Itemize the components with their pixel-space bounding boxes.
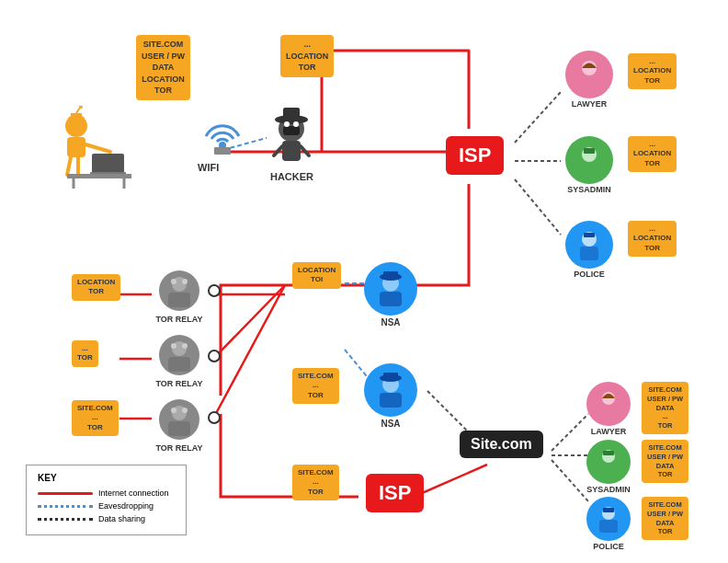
- nsa1-area: NSA: [364, 262, 417, 327]
- svg-point-64: [182, 408, 188, 413]
- lawyer-bottom-info: SITE.COM USER / PW DATA ... TOR: [642, 382, 688, 434]
- info-box-topleft: SITE.COM USER / PW DATA LOCATION TOR: [136, 35, 190, 100]
- svg-rect-80: [603, 508, 614, 512]
- svg-point-54: [182, 279, 188, 284]
- svg-point-53: [171, 279, 176, 284]
- key-title: KEY: [38, 473, 175, 483]
- svg-point-38: [293, 121, 299, 127]
- relay3-info: SITE.COM ... TOR: [72, 400, 119, 436]
- nsa2-label: NSA: [381, 419, 400, 429]
- key-item-eavesdropping: Eavesdropping: [38, 501, 175, 511]
- isp1-box: ISP: [446, 136, 504, 175]
- internet-connection-line: [38, 492, 93, 495]
- wifi-label: WIFI: [198, 162, 219, 173]
- svg-rect-76: [599, 463, 618, 476]
- site-com-box: Site.com: [460, 431, 543, 458]
- svg-line-23: [85, 144, 110, 152]
- svg-rect-74: [599, 405, 618, 418]
- svg-rect-77: [603, 451, 614, 455]
- svg-rect-28: [67, 174, 131, 178]
- police-top-label: POLICE: [565, 270, 613, 279]
- svg-rect-48: [580, 247, 598, 260]
- svg-rect-52: [168, 293, 190, 307]
- svg-rect-39: [282, 141, 301, 161]
- svg-rect-46: [584, 148, 595, 154]
- svg-rect-32: [214, 147, 231, 155]
- info-box-topmid: ... LOCATION TOR: [280, 35, 334, 77]
- police-bottom-label: POLICE: [586, 542, 631, 551]
- nsa1-label: NSA: [381, 317, 400, 327]
- svg-line-9: [213, 285, 285, 419]
- svg-line-41: [301, 146, 309, 155]
- tor-relay-3-label: TOR RELAY: [147, 443, 211, 453]
- svg-rect-57: [168, 357, 190, 372]
- hacker-area: HACKER: [267, 106, 317, 180]
- svg-rect-72: [383, 373, 398, 379]
- isp2-box: ISP: [366, 474, 424, 512]
- tor-relay-2: TOR RELAY: [147, 333, 211, 388]
- isp-bottom-info: SITE.COM ... TOR: [292, 465, 339, 500]
- tor-relay-3: TOR RELAY: [147, 397, 211, 453]
- svg-rect-79: [599, 520, 618, 533]
- svg-rect-49: [584, 233, 595, 237]
- svg-rect-19: [71, 113, 82, 121]
- relay1-dot: [208, 284, 221, 297]
- lawyer-bottom-area: LAWYER: [586, 382, 631, 436]
- lawyer-top-info: ... LOCATION TOR: [628, 53, 677, 89]
- lawyer-bottom-label: LAWYER: [586, 427, 631, 436]
- svg-line-13: [552, 414, 588, 451]
- sysadmin-bottom-info: SITE.COM USER / PW DATA TOR: [642, 440, 688, 483]
- sysadmin-bottom-area: SYSADMIN: [586, 440, 631, 494]
- svg-point-59: [182, 343, 188, 349]
- svg-line-16: [414, 465, 487, 497]
- nsa-top-info: LOCATION TOI: [292, 262, 341, 289]
- eavesdropping-label: Eavesdropping: [98, 501, 154, 511]
- hacker-label: HACKER: [267, 171, 317, 182]
- tor-relay-1-label: TOR RELAY: [147, 315, 211, 324]
- data-sharing-label: Data sharing: [98, 514, 145, 523]
- svg-rect-35: [283, 108, 300, 121]
- svg-rect-43: [580, 75, 598, 89]
- lawyer-top-area: LAWYER: [565, 51, 613, 109]
- svg-rect-36: [283, 126, 300, 135]
- police-bottom-info: SITE.COM USER / PW DATA TOR: [642, 497, 688, 540]
- svg-rect-68: [383, 271, 398, 278]
- svg-rect-45: [580, 162, 598, 176]
- relay1-info: LOCATION TOR: [72, 274, 120, 301]
- key-box: KEY Internet connection Eavesdropping Da…: [26, 465, 187, 535]
- svg-line-24: [67, 157, 71, 175]
- tor-relay-1: TOR RELAY: [147, 269, 211, 324]
- person-at-computer: [51, 106, 133, 192]
- svg-rect-22: [67, 137, 85, 157]
- key-item-datasharing: Data sharing: [38, 514, 175, 523]
- nsa2-area: NSA: [364, 363, 417, 429]
- relay2-dot: [208, 350, 221, 362]
- sysadmin-bottom-label: SYSADMIN: [586, 485, 631, 494]
- svg-point-63: [171, 408, 176, 413]
- svg-point-58: [171, 343, 176, 349]
- svg-rect-70: [380, 393, 402, 408]
- svg-rect-62: [168, 421, 190, 436]
- relay3-dot: [208, 411, 221, 424]
- tor-relay-2-label: TOR RELAY: [147, 379, 211, 388]
- svg-line-3: [515, 179, 561, 235]
- police-bottom-area: POLICE: [586, 497, 631, 551]
- police-top-area: POLICE: [565, 221, 613, 279]
- lawyer-top-label: LAWYER: [565, 99, 613, 109]
- wifi-area: WIFI: [198, 110, 248, 160]
- sysadmin-top-label: SYSADMIN: [565, 185, 613, 194]
- svg-line-1: [515, 92, 561, 143]
- nsa-bottom-info: SITE.COM ... TOR: [292, 368, 339, 404]
- police-top-info: ... LOCATION TOR: [628, 221, 677, 257]
- svg-point-37: [284, 121, 290, 127]
- svg-line-15: [552, 460, 588, 501]
- data-sharing-line: [38, 518, 93, 521]
- key-item-internet: Internet connection: [38, 488, 175, 498]
- svg-rect-66: [380, 292, 402, 306]
- svg-line-8: [213, 285, 285, 359]
- svg-rect-26: [92, 154, 124, 174]
- sysadmin-top-area: SYSADMIN: [565, 136, 613, 194]
- diagram: { "title": "TOR Network Diagram", "infoB…: [0, 0, 728, 563]
- eavesdropping-line: [38, 505, 93, 508]
- sysadmin-top-info: ... LOCATION TOR: [628, 136, 677, 172]
